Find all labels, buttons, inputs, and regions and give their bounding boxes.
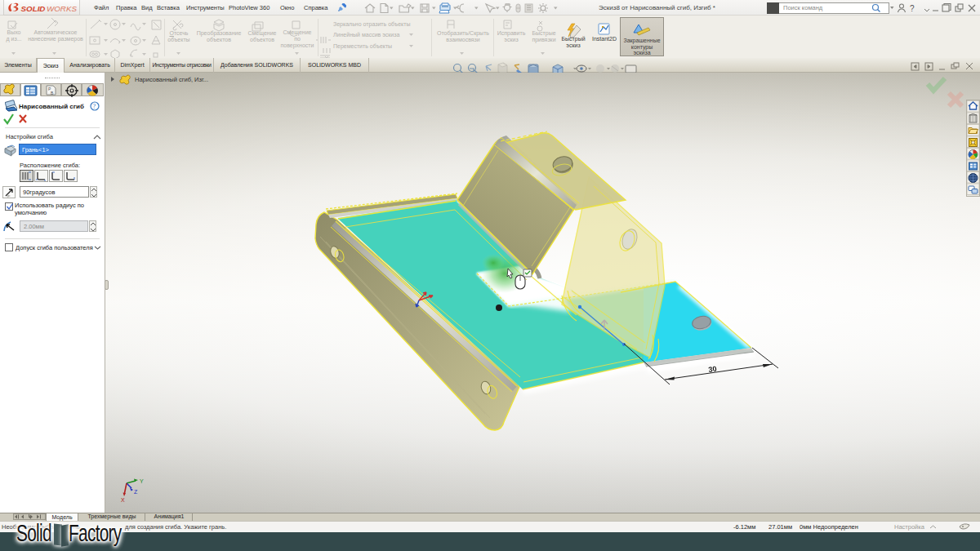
svg-text:X: X	[121, 497, 125, 503]
svg-text:WORKS: WORKS	[47, 4, 77, 13]
svg-text:Y: Y	[140, 478, 144, 484]
svg-text:Z: Z	[134, 489, 138, 495]
svg-text:30: 30	[708, 365, 717, 374]
svg-text:?: ?	[93, 103, 96, 110]
svg-text:SOLID: SOLID	[21, 4, 46, 13]
svg-text:?: ?	[910, 4, 915, 13]
